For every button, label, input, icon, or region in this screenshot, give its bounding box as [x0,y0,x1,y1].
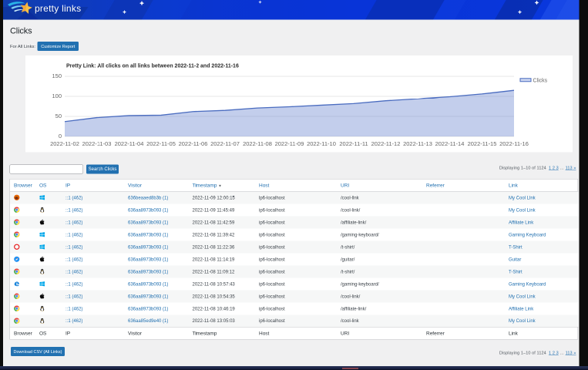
svg-text:0: 0 [59,133,62,140]
svg-text:2022-11-04: 2022-11-04 [115,140,144,147]
svg-text:2022-11-09: 2022-11-09 [275,140,304,147]
svg-text:2022-11-03: 2022-11-03 [82,140,112,147]
svg-text:150: 150 [52,72,62,79]
svg-text:2022-11-07: 2022-11-07 [210,140,240,147]
svg-text:2022-11-10: 2022-11-10 [307,140,336,147]
svg-text:2022-11-13: 2022-11-13 [403,140,432,147]
svg-text:2022-11-02: 2022-11-02 [50,140,79,147]
svg-text:2022-11-12: 2022-11-12 [371,140,401,147]
svg-text:2022-11-15: 2022-11-15 [468,140,497,147]
svg-text:2022-11-14: 2022-11-14 [435,140,465,147]
svg-text:2022-11-05: 2022-11-05 [146,140,176,147]
svg-text:Clicks: Clicks [533,78,548,83]
svg-text:50: 50 [55,113,62,119]
svg-text:2022-11-16: 2022-11-16 [499,140,529,147]
svg-text:2022-11-08: 2022-11-08 [243,140,272,147]
svg-text:100: 100 [52,92,62,99]
svg-text:2022-11-06: 2022-11-06 [179,140,208,147]
svg-text:2022-11-11: 2022-11-11 [339,140,368,147]
